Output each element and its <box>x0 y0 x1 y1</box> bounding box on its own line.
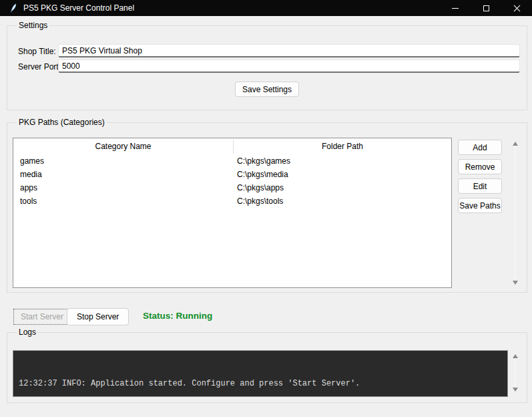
table-row[interactable]: tools C:\pkgs\tools <box>13 194 451 208</box>
server-port-input[interactable] <box>58 59 520 73</box>
add-button[interactable]: Add <box>458 140 502 155</box>
maximize-button[interactable] <box>471 0 501 16</box>
category-cell: tools <box>13 196 233 206</box>
save-paths-button[interactable]: Save Paths <box>458 198 502 213</box>
log-console[interactable]: 12:32:37 INFO: Application started. Conf… <box>13 350 508 397</box>
server-controls-row: Start Server Stop Server Status: Running <box>0 306 532 327</box>
scroll-up-icon[interactable] <box>513 354 518 358</box>
table-scrollbar[interactable] <box>511 139 520 287</box>
save-settings-button[interactable]: Save Settings <box>235 82 299 97</box>
settings-group: Settings Shop Title: Server Port: Save S… <box>7 25 527 110</box>
server-port-label: Server Port: <box>18 62 61 72</box>
shop-title-label: Shop Title: <box>18 47 56 56</box>
maximize-icon <box>483 5 489 11</box>
scroll-down-icon[interactable] <box>513 281 518 285</box>
scroll-up-icon[interactable] <box>513 142 518 146</box>
category-cell: apps <box>13 183 233 192</box>
log-line: 12:32:37 INFO: Application started. Conf… <box>19 378 502 390</box>
start-server-button[interactable]: Start Server <box>13 309 71 325</box>
stop-server-button[interactable]: Stop Server <box>67 308 129 325</box>
edit-button[interactable]: Edit <box>458 178 502 194</box>
close-icon <box>513 5 521 12</box>
status-label: Status: Running <box>143 311 212 321</box>
category-cell: games <box>13 156 233 166</box>
pkg-paths-table[interactable]: Category Name Folder Path games C:\pkgs\… <box>13 138 452 288</box>
logs-group-label: Logs <box>17 327 38 337</box>
window-title: PS5 PKG Server Control Panel <box>23 3 134 13</box>
column-header-path[interactable]: Folder Path <box>234 138 451 154</box>
pkg-paths-group-label: PKG Paths (Categories) <box>17 118 107 127</box>
pkg-paths-group: PKG Paths (Categories) Category Name Fol… <box>7 122 527 293</box>
remove-button[interactable]: Remove <box>458 159 502 174</box>
scroll-down-icon[interactable] <box>513 388 518 392</box>
scrollbar-track <box>515 147 515 279</box>
shop-title-input[interactable] <box>58 44 520 57</box>
settings-group-label: Settings <box>17 21 49 30</box>
path-cell: C:\pkgs\media <box>233 170 288 179</box>
app-window: PS5 PKG Server Control Panel Settings Sh… <box>0 0 532 417</box>
table-row[interactable]: apps C:\pkgs\apps <box>13 181 451 194</box>
path-cell: C:\pkgs\apps <box>233 183 284 192</box>
path-cell: C:\pkgs\games <box>233 156 290 166</box>
minimize-button[interactable] <box>440 0 471 16</box>
table-header-row: Category Name Folder Path <box>13 138 451 154</box>
logs-group: Logs 12:32:37 INFO: Application started.… <box>7 332 527 403</box>
python-feather-icon <box>9 3 18 13</box>
log-text: 12:32:37 INFO: Application started. Conf… <box>19 379 360 388</box>
close-button[interactable] <box>501 0 532 16</box>
table-row[interactable]: media C:\pkgs\media <box>13 168 451 181</box>
minimize-icon <box>452 8 459 9</box>
table-row[interactable]: games C:\pkgs\games <box>13 154 451 168</box>
path-cell: C:\pkgs\tools <box>233 196 283 206</box>
log-scrollbar[interactable] <box>511 352 520 394</box>
category-cell: media <box>13 170 233 179</box>
scrollbar-track <box>515 360 515 386</box>
titlebar: PS5 PKG Server Control Panel <box>0 0 532 16</box>
column-header-category[interactable]: Category Name <box>13 138 233 154</box>
